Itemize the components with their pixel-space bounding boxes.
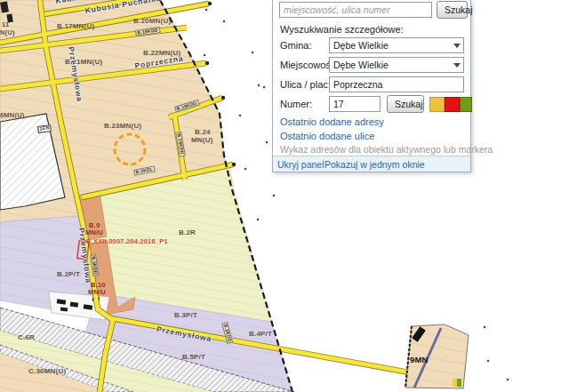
miejscowosc-select-value: Dębe Wielkie xyxy=(333,60,389,70)
zone-label-b5pt: B.5P/T xyxy=(182,354,205,361)
detail-search-button[interactable]: Szukaj xyxy=(387,95,424,113)
zone-label-c30: C.30MN(U) xyxy=(28,368,66,375)
zone-label-b3pt: B.3P/T xyxy=(174,312,197,319)
ulica-input[interactable] xyxy=(329,76,464,92)
gmina-select-value: Dębe Wielkie xyxy=(333,40,389,51)
plan-document-reference: GR.XXII.0007.204.2016_P1 xyxy=(81,238,168,245)
zone-label-9mn: 9MN xyxy=(410,356,429,364)
numer-input[interactable] xyxy=(329,96,381,112)
zone-label-b2pt: B.2P/T xyxy=(57,271,80,278)
chevron-down-icon xyxy=(453,63,461,68)
hide-panel-link[interactable]: Ukryj panel xyxy=(277,159,325,170)
gmina-label: Gmina: xyxy=(280,40,311,51)
chevron-down-icon xyxy=(453,44,461,48)
link-recent-addresses[interactable]: Ostatnio dodane adresy xyxy=(280,116,384,127)
zone-label-b2r: B.2R xyxy=(179,229,196,236)
ulica-label: Ulica / plac: xyxy=(280,79,331,90)
link-recent-streets[interactable]: Ostatnio dodane ulice xyxy=(280,131,374,141)
zone-label-b16: 6MN(U) xyxy=(0,112,24,119)
zone-label-b11: 11 xyxy=(2,21,9,28)
zone-label-b10b: MN/U xyxy=(88,289,106,296)
zone-label-b24b: MN(U) xyxy=(191,137,213,144)
detail-search-title: Wyszukiwanie szczegółowe: xyxy=(280,24,404,35)
zone-label-b11b: N(U) xyxy=(0,29,15,36)
zone-label-b9b: MN/U xyxy=(85,229,103,236)
zone-label-b17: B.17MN(U) xyxy=(57,23,94,30)
numer-label: Numer: xyxy=(280,99,312,109)
gmina-select[interactable]: Dębe Wielkie xyxy=(329,37,464,53)
panel-footer: Ukryj panel Pokazuj w jednym oknie xyxy=(273,156,470,172)
marker-color-green[interactable] xyxy=(460,97,472,112)
note-address-list: Wykaz adresów dla obiektu aktywnego lub … xyxy=(280,144,493,155)
zone-label-b24: B.24 xyxy=(195,129,211,136)
zone-label-c6r: C.6R xyxy=(18,334,35,341)
address-search-panel: Szukaj Wyszukiwanie szczegółowe: Gmina: … xyxy=(272,0,471,172)
marker-color-yellow[interactable] xyxy=(429,97,445,112)
zone-label-b23: B.23MN(U) xyxy=(104,123,141,130)
marker-color-red[interactable] xyxy=(445,97,460,112)
zone-label-b4pt: B.4P/T xyxy=(249,331,272,338)
search-button[interactable]: Szukaj xyxy=(437,1,468,19)
search-input[interactable] xyxy=(279,2,432,18)
zone-label-b20: B.20MN(U) xyxy=(133,18,171,25)
single-window-link[interactable]: Pokazuj w jednym oknie xyxy=(325,159,425,170)
fragment-legend-icon xyxy=(453,379,457,387)
miejscowosc-select[interactable]: Dębe Wielkie xyxy=(329,57,464,73)
